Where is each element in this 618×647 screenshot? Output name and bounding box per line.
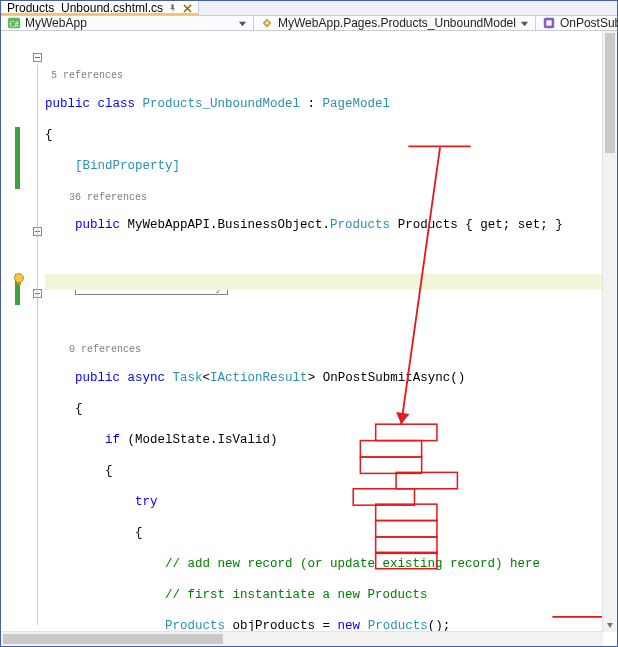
chevron-down-icon <box>238 19 247 28</box>
nav-scope-label: MyWebApp <box>25 16 87 30</box>
nav-member[interactable]: OnPostSubmitAsync <box>536 16 618 30</box>
svg-text:C#: C# <box>9 20 18 29</box>
scrollbar-thumb[interactable] <box>605 33 615 153</box>
codelens[interactable]: 36 references <box>45 190 609 203</box>
nav-scope[interactable]: C# MyWebApp <box>1 16 254 30</box>
caret-line-highlight <box>45 274 617 290</box>
codelens[interactable]: 0 references <box>45 342 609 355</box>
method-icon <box>542 16 556 30</box>
horizontal-scrollbar[interactable] <box>1 631 603 646</box>
change-marker <box>15 127 20 189</box>
class-icon <box>260 16 274 30</box>
code-editor[interactable]: 5 references public class Products_Unbou… <box>1 31 617 646</box>
chevron-down-icon <box>520 19 529 28</box>
property-name: Products <box>398 218 458 232</box>
scroll-down-icon[interactable] <box>603 618 617 632</box>
svg-rect-3 <box>546 20 551 25</box>
svg-point-4 <box>15 274 24 283</box>
nav-class[interactable]: MyWebApp.Pages.Products_UnboundModel <box>254 16 536 30</box>
navigation-bar: C# MyWebApp MyWebApp.Pages.Products_Unbo… <box>1 16 617 31</box>
nav-member-label: OnPostSubmitAsync <box>560 16 618 30</box>
outline-toggle-icon[interactable] <box>33 53 42 62</box>
tab-strip: Products_Unbound.cshtml.cs <box>1 1 617 16</box>
pin-icon[interactable] <box>169 4 177 12</box>
svg-rect-5 <box>17 282 21 285</box>
codelens[interactable]: 5 references <box>45 68 609 81</box>
editor-gutter <box>1 31 45 646</box>
annotation-overlay <box>45 31 617 646</box>
vertical-scrollbar[interactable] <box>602 31 617 632</box>
file-tab[interactable]: Products_Unbound.cshtml.cs <box>1 1 199 15</box>
scrollbar-thumb[interactable] <box>3 634 223 644</box>
csharp-project-icon: C# <box>7 16 21 30</box>
close-icon[interactable] <box>183 4 192 13</box>
nav-class-label: MyWebApp.Pages.Products_UnboundModel <box>278 16 516 30</box>
lightbulb-icon[interactable] <box>11 272 27 288</box>
code-surface[interactable]: 5 references public class Products_Unbou… <box>45 31 617 646</box>
